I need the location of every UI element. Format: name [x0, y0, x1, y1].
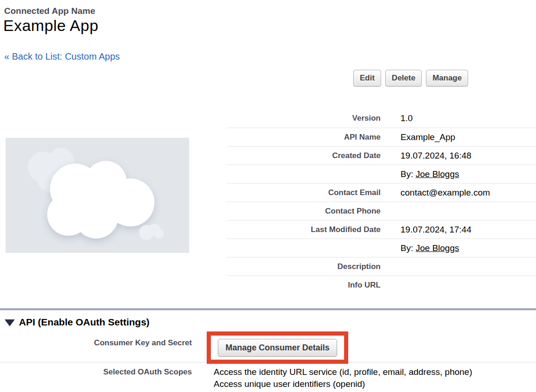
field-label: Version [227, 114, 381, 123]
highlight-annotation-box: Manage Consumer Details [207, 331, 348, 364]
table-row: Contact Email contact@example.com [227, 183, 536, 202]
toolbar: Edit Delete Manage [353, 70, 468, 86]
table-row: Description [227, 257, 536, 276]
table-row: API Name Example_App [227, 128, 536, 146]
field-value: 19.07.2024, 16:48 [400, 151, 471, 161]
field-value: 19.07.2024, 17:44 [400, 225, 471, 235]
field-label: API Name [227, 133, 381, 142]
page-title: Example App [3, 17, 99, 35]
field-label: Contact Phone [227, 207, 381, 216]
oauth-section-title: API (Enable OAuth Settings) [19, 317, 149, 328]
back-to-list-link[interactable]: « Back to List: Custom Apps [4, 51, 120, 62]
detail-table: Version 1.0 API Name Example_App Created… [227, 109, 536, 294]
field-value: By: Joe Bloggs [400, 169, 459, 179]
table-row: Last Modified Date 19.07.2024, 17:44 [227, 220, 536, 239]
consumer-key-label: Consumer Key and Secret [0, 338, 192, 348]
oauth-scopes-values: Access the identity URL service (id, pro… [214, 366, 472, 390]
oauth-scopes-label: Selected OAuth Scopes [0, 368, 192, 377]
oauth-scope-item: Access unique user identifiers (openid) [214, 378, 472, 390]
field-label: Contact Email [227, 188, 381, 197]
field-label: Created Date [227, 151, 381, 160]
connected-app-name-label: Connected App Name [4, 6, 95, 16]
table-row: By: Joe Bloggs [227, 239, 536, 257]
table-row: Info URL [227, 276, 536, 294]
modified-by-user-link[interactable]: Joe Bloggs [416, 243, 459, 253]
field-label: Description [227, 262, 381, 271]
field-label: Info URL [227, 281, 381, 290]
manage-consumer-details-button[interactable]: Manage Consumer Details [218, 339, 337, 357]
field-label: Last Modified Date [227, 225, 381, 234]
collapse-triangle-icon[interactable] [5, 319, 15, 326]
delete-button[interactable]: Delete [385, 70, 422, 86]
oauth-scope-item: Access the identity URL service (id, pro… [214, 366, 472, 378]
table-row: Version 1.0 [227, 109, 536, 128]
oauth-section-header: API (Enable OAuth Settings) [5, 317, 149, 328]
field-value: Example_App [400, 132, 455, 142]
by-prefix: By: [400, 243, 416, 253]
table-row: Contact Phone [227, 202, 536, 220]
by-prefix: By: [400, 169, 416, 179]
field-value: 1.0 [400, 113, 413, 123]
table-row: Created Date 19.07.2024, 16:48 [227, 146, 536, 165]
edit-button[interactable]: Edit [353, 70, 381, 86]
created-by-user-link[interactable]: Joe Bloggs [416, 169, 459, 179]
manage-button[interactable]: Manage [426, 70, 468, 86]
field-value: By: Joe Bloggs [400, 243, 459, 253]
table-row: By: Joe Bloggs [227, 165, 536, 183]
field-value: contact@example.com [400, 188, 490, 198]
app-logo-image [6, 138, 189, 253]
section-divider [0, 308, 536, 310]
